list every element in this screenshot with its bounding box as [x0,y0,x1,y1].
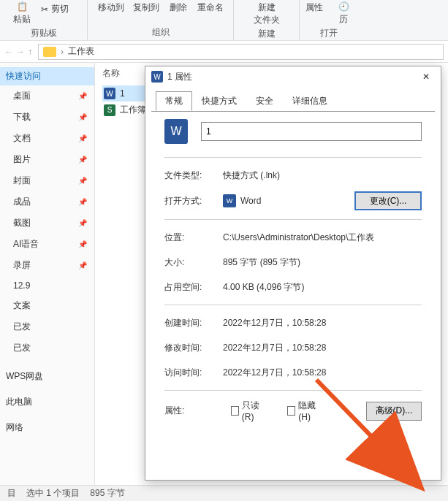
sidebar-item-documents[interactable]: 文档📌 [0,128,94,149]
word-file-icon: W [104,88,115,99]
breadcrumb-folder[interactable]: 工作表 [68,45,94,58]
sidebar-item-network[interactable]: 网络 [0,417,94,438]
excel-file-icon: S [104,104,115,116]
tab-details[interactable]: 详细信息 [283,91,337,111]
sidebar-item-finished[interactable]: 成品📌 [0,191,94,213]
checkbox-icon [231,406,239,416]
pin-icon: 📌 [78,198,87,206]
paste-icon: 📋 [17,1,28,12]
size-label: 大小: [164,256,219,269]
word-file-icon: W [151,71,163,83]
dialog-title: 1 属性 [167,71,192,83]
sidebar: 快速访问 桌面📌 下载📌 文档📌 图片📌 封面📌 成品📌 截图📌 AI语音📌 录… [0,63,95,485]
delete-button[interactable]: 删除 [168,1,189,14]
status-size: 895 字节 [90,487,124,500]
rename-button[interactable]: 重命名 [197,1,224,14]
filetype-label: 文件类型: [164,169,219,182]
modified-value: 2022年12月7日，10:58:28 [223,342,422,354]
organize-group-caption: 组织 [95,26,226,39]
nav-fwd-icon[interactable]: → [16,47,25,57]
hidden-checkbox[interactable]: 隐藏(H) [287,399,322,422]
openwith-label: 打开方式: [164,195,219,207]
sidebar-item-downloads[interactable]: 下载📌 [0,107,94,128]
status-bar: 目 选中 1 个项目 895 字节 [0,485,448,501]
quick-access-header[interactable]: 快速访问 [0,67,94,85]
pin-icon: 📌 [78,240,87,248]
nav-back-icon[interactable]: ← [4,47,13,57]
readonly-checkbox[interactable]: 只读(R) [231,399,265,422]
new-group-caption: 新建 [241,28,292,40]
open-group-caption: 打开 [307,27,351,39]
nav-up-icon[interactable]: ↑ [28,47,32,57]
status-count: 目 [7,487,16,500]
sidebar-item-sent2[interactable]: 已发 [0,337,94,359]
pin-icon: 📌 [78,261,87,269]
pin-icon: 📌 [78,134,87,142]
size-value: 895 字节 (895 字节) [223,256,422,269]
pin-icon: 📌 [78,113,87,121]
pin-icon: 📌 [78,219,87,227]
pin-icon: 📌 [78,92,87,100]
tab-security[interactable]: 安全 [246,91,283,111]
sidebar-item-cover[interactable]: 封面📌 [0,170,94,191]
sidebar-item-sent1[interactable]: 已发 [0,316,94,337]
sidebar-item-wps[interactable]: WPS网盘 [0,366,94,387]
accessed-value: 2022年12月7日，10:58:28 [223,367,422,379]
folder-icon [43,47,56,57]
moveto-button[interactable]: 移动到 [98,1,124,14]
created-value: 2022年12月7日，10:58:28 [223,317,422,329]
sidebar-item-aivoice[interactable]: AI语音📌 [0,234,94,255]
sidebar-item-desktop[interactable]: 桌面📌 [0,85,94,107]
ribbon: 📋 粘贴 ✂ 剪切 剪贴板 移动到 复制到 删除 重命名 组织 新建 文件夹 [0,0,448,41]
copyto-button[interactable]: 复制到 [133,1,159,14]
sidebar-item-thispc[interactable]: 此电脑 [0,391,94,413]
advanced-button[interactable]: 高级(D)... [366,402,422,421]
dialog-tabs: 常规 快捷方式 安全 详细信息 [145,87,441,111]
diskspace-label: 占用空间: [164,281,219,294]
breadcrumb-bar: ← → ↑ › 工作表 [0,41,448,63]
tab-general[interactable]: 常规 [156,91,192,111]
location-value: C:\Users\Administrator\Desktop\工作表 [223,232,422,244]
clipboard-group-caption: 剪贴板 [7,27,80,39]
history-button[interactable]: 🕘历 [333,1,354,26]
location-label: 位置: [164,232,219,244]
accessed-label: 访问时间: [164,367,219,379]
scissors-icon: ✂ [41,4,48,15]
properties-button[interactable]: 属性 [304,1,324,14]
file-name-input[interactable] [201,122,422,141]
attributes-label: 属性: [164,405,209,417]
sidebar-item-pictures[interactable]: 图片📌 [0,149,94,170]
close-icon: ✕ [422,72,430,82]
created-label: 创建时间: [164,317,219,329]
newfolder-button[interactable]: 新建 文件夹 [254,1,280,26]
history-icon: 🕘 [338,1,349,12]
sidebar-item-record[interactable]: 录屏📌 [0,255,94,276]
file-name: 1 [120,88,125,99]
pin-icon: 📌 [78,156,87,164]
filetype-value: 快捷方式 (.lnk) [223,169,422,182]
diskspace-value: 4.00 KB (4,096 字节) [223,281,422,294]
modified-label: 修改时间: [164,342,219,354]
tab-shortcut[interactable]: 快捷方式 [192,91,246,111]
status-selected: 选中 1 个项目 [26,487,80,500]
word-app-icon: W [223,194,236,207]
close-button[interactable]: ✕ [416,72,436,82]
pin-icon: 📌 [78,177,87,185]
sidebar-item-129[interactable]: 12.9 [0,276,94,295]
paste-button[interactable]: 📋 粘贴 [7,1,37,26]
openwith-value: Word [240,196,261,206]
word-large-icon: W [164,119,188,144]
chevron-right-icon: › [61,47,64,57]
cut-button[interactable]: ✂ 剪切 [41,3,69,15]
sidebar-item-copy[interactable]: 文案 [0,295,94,316]
dialog-titlebar[interactable]: W 1 属性 ✕ [145,66,441,87]
address-bar[interactable]: › 工作表 [38,44,444,60]
checkbox-icon [287,406,295,416]
properties-dialog: W 1 属性 ✕ 常规 快捷方式 安全 详细信息 W 文件类型:快捷方式 (.l… [145,66,441,481]
change-button[interactable]: 更改(C)... [354,191,422,210]
sidebar-item-screenshots[interactable]: 截图📌 [0,213,94,234]
